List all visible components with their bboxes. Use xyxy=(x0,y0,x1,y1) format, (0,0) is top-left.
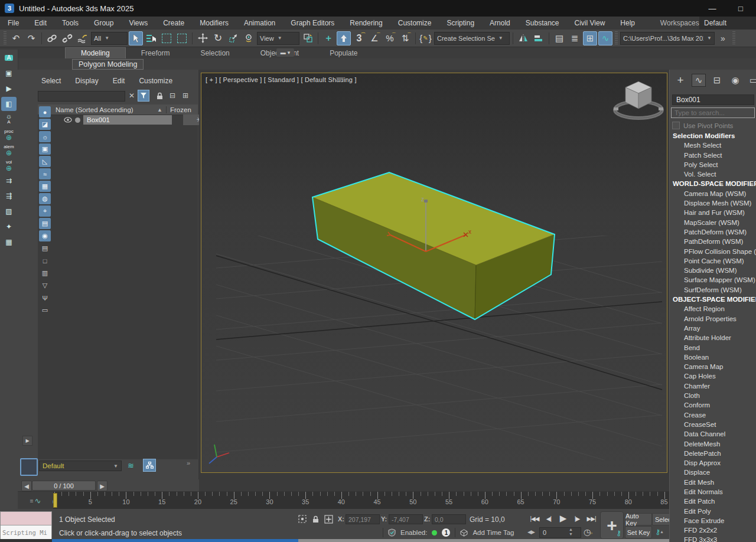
select-and-link-icon[interactable] xyxy=(45,31,59,45)
filter-visibility-icon[interactable]: ◉ xyxy=(39,230,51,241)
modifier-search-input[interactable] xyxy=(671,107,755,118)
menu-item[interactable]: File xyxy=(0,17,27,30)
filter-helpers-icon[interactable]: ◺ xyxy=(39,156,51,167)
ribbon-tab[interactable]: Selection xyxy=(185,48,245,58)
next-frame-button[interactable]: |▶ xyxy=(571,512,583,524)
keyboard-shortcut-override-icon[interactable] xyxy=(337,31,351,45)
modifier-item[interactable]: Point Cache (WSM) xyxy=(670,256,756,266)
hierarchy-tab-icon[interactable]: ⊟ xyxy=(710,74,724,87)
reference-coordinate-dropdown[interactable]: View▼ xyxy=(257,32,299,45)
clear-search-icon[interactable]: ✕ xyxy=(126,90,138,102)
menu-item[interactable]: Group xyxy=(86,17,121,30)
play-button[interactable]: ▶ xyxy=(557,512,569,524)
maxscript-mini-listener[interactable]: Scripting Mi xyxy=(0,511,52,539)
scene-object-row[interactable]: Box001 ✳ xyxy=(38,115,198,125)
object-name-field[interactable]: Box001 xyxy=(672,94,754,105)
window-crossing-toggle-icon[interactable] xyxy=(175,31,189,45)
toolbar-overflow-button[interactable]: » xyxy=(716,31,730,45)
selection-filter-dropdown[interactable]: All▼ xyxy=(91,32,128,45)
menu-item[interactable]: Scripting xyxy=(439,17,482,30)
selection-lock-icon[interactable] xyxy=(310,514,321,524)
perspective-viewport[interactable]: [ + ] [ Perspective ] [ Standard ] [ Def… xyxy=(201,73,667,473)
filter-xrefs-icon[interactable]: ◍ xyxy=(39,193,51,204)
maximize-button[interactable]: □ xyxy=(728,0,754,17)
time-tag-cube-icon[interactable] xyxy=(460,529,468,537)
scene-explorer-menu-item[interactable]: Customize xyxy=(139,77,172,85)
time-configuration-icon[interactable]: ◷◦ xyxy=(584,527,592,537)
visibility-eye-icon[interactable] xyxy=(64,117,72,123)
list-view-icon[interactable]: ▤ xyxy=(39,243,51,254)
lock-icon[interactable] xyxy=(154,90,165,102)
modifier-item[interactable]: Mesh Select xyxy=(670,141,756,150)
modifier-item[interactable]: FFD 2x2x2 xyxy=(670,525,756,535)
filter-cameras-icon[interactable]: ▣ xyxy=(39,143,51,155)
menu-item[interactable]: Arnold xyxy=(482,17,518,30)
mirror-icon[interactable] xyxy=(516,31,530,45)
undo-icon[interactable]: ↶ xyxy=(9,31,23,45)
frame-stepper[interactable]: ▲▼ xyxy=(569,527,573,537)
previous-frame-arrow-button[interactable]: ◀ xyxy=(21,481,32,491)
next-frame-arrow-button[interactable]: ▶ xyxy=(97,481,107,491)
project-folder-dropdown[interactable]: C:\Users\Prof...\3ds Max 202▼ xyxy=(620,32,715,45)
modifier-item[interactable]: Face Extrude xyxy=(670,516,756,525)
modifier-item[interactable]: WORLD-SPACE MODIFIERS xyxy=(670,179,756,188)
maxscript-editor-icon[interactable]: A xyxy=(1,51,17,65)
modifier-item[interactable]: PFlow Collision Shape (WSM) xyxy=(670,247,756,256)
percent-snap-toggle-icon[interactable]: %⌒ xyxy=(383,31,397,45)
menu-item[interactable]: Civil View xyxy=(567,17,613,30)
create-tab-icon[interactable]: + xyxy=(673,74,687,87)
modifier-item[interactable]: Data Channel xyxy=(670,429,756,439)
add-time-tag-label[interactable]: Add Time Tag xyxy=(472,529,514,536)
filter-groups-icon[interactable]: ▦ xyxy=(39,181,51,192)
menu-item[interactable]: Animation xyxy=(236,17,283,30)
x-coord-field[interactable]: 207,197 xyxy=(346,514,380,524)
frozen-column-header[interactable]: Frozen xyxy=(166,106,198,113)
menu-item[interactable]: Views xyxy=(121,17,155,30)
select-object-button[interactable] xyxy=(129,31,143,45)
modify-tab-icon[interactable]: ∿ xyxy=(692,74,706,87)
modifier-item[interactable]: Edit Poly xyxy=(670,507,756,516)
menu-item[interactable]: Tools xyxy=(54,17,86,30)
modifier-item[interactable]: DeleteMesh xyxy=(670,439,756,449)
hands-tool-icon[interactable]: ⇉ xyxy=(1,174,17,188)
alem-create-icon[interactable]: alem⊕ xyxy=(1,143,17,157)
unlink-selection-icon[interactable] xyxy=(60,31,74,45)
window-grid-icon[interactable]: ▦ xyxy=(1,235,17,249)
name-column-header[interactable]: Name (Sorted Ascending) xyxy=(38,106,157,113)
menu-item[interactable]: Customize xyxy=(390,17,439,30)
go-to-end-button[interactable]: ▶▶| xyxy=(585,512,597,524)
modifier-item[interactable]: Hair and Fur (WSM) xyxy=(670,208,756,217)
detail-view-icon[interactable]: ▥ xyxy=(39,267,51,279)
select-by-name-icon[interactable] xyxy=(144,31,158,45)
menu-item[interactable]: Edit xyxy=(27,17,54,30)
scene-explorer-menu-item[interactable]: Select xyxy=(41,77,61,85)
modifier-item[interactable]: FFD 3x3x3 xyxy=(670,535,756,542)
rectangular-selection-region-icon[interactable] xyxy=(159,31,174,45)
modifier-item[interactable]: Camera Map (WSM) xyxy=(670,189,756,198)
modifier-item[interactable]: Surface Mapper (WSM) xyxy=(670,275,756,285)
scene-explorer-menu-item[interactable]: Edit xyxy=(113,77,125,85)
menu-item[interactable]: Create xyxy=(155,17,192,30)
macro-recorder-row[interactable] xyxy=(1,512,51,525)
workspace-dropdown[interactable]: Default xyxy=(699,17,756,30)
ribbon-tab[interactable]: Populate xyxy=(314,48,373,58)
snaps-toggle-3d-icon[interactable]: 3⌒ xyxy=(352,31,366,45)
box-object[interactable] xyxy=(312,172,555,319)
scene-explorer-menu-item[interactable]: Display xyxy=(75,77,98,85)
filter-spacewarps-icon[interactable]: ≈ xyxy=(39,168,51,179)
angle-snap-toggle-icon[interactable]: ∠⌒ xyxy=(367,31,382,45)
filter-lights-icon[interactable]: ☼ xyxy=(39,131,51,142)
mini-curve-editor-icon[interactable]: ≡∿ xyxy=(21,494,50,508)
modifier-item[interactable]: Poly Select xyxy=(670,160,756,169)
y-coord-field[interactable]: -7,407 xyxy=(389,514,423,524)
enabled-count-badge[interactable]: 1 xyxy=(442,528,450,537)
z-coord-field[interactable]: 0,0 xyxy=(432,514,466,524)
frame-nudge-arrows[interactable]: ◀▶ xyxy=(527,529,535,535)
polygon-modeling-panel-button[interactable]: Polygon Modeling xyxy=(72,59,144,70)
time-slider-track[interactable]: 0 / 100 xyxy=(32,481,96,491)
modifier-item[interactable]: OBJECT-SPACE MODIFIERS xyxy=(670,295,756,304)
modifier-item[interactable]: SurfDeform (WSM) xyxy=(670,285,756,295)
toolbar-drag-handle[interactable] xyxy=(615,31,618,45)
modifier-item[interactable]: Camera Map xyxy=(670,362,756,371)
cylinder-filter-icon[interactable]: ▭ xyxy=(39,305,51,316)
